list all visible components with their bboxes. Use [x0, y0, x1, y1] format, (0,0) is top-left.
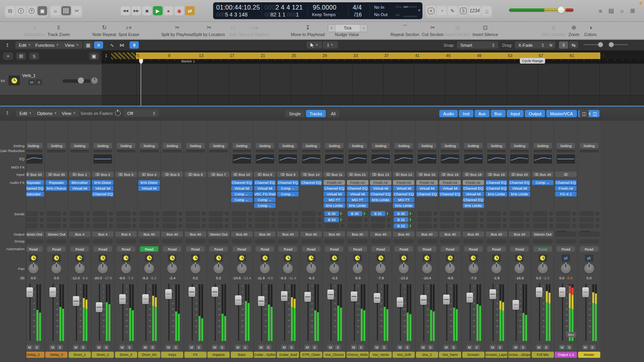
channel-group-button[interactable]: [278, 239, 298, 244]
channel-output-button[interactable]: Bus 40: [277, 231, 299, 237]
channel-name[interactable]: Bass: [231, 352, 253, 358]
channel-output-button[interactable]: Bus 40: [370, 231, 391, 237]
channel-output-button[interactable]: Bus 4: [69, 231, 90, 237]
fader-cap[interactable]: [119, 294, 126, 304]
channel-automation-button[interactable]: Read: [47, 246, 66, 252]
pan-knob[interactable]: [75, 264, 85, 274]
send-slot-empty[interactable]: [348, 223, 362, 228]
channel-input-button[interactable]: Bus 14: [301, 172, 322, 177]
send-slot-empty[interactable]: [209, 211, 223, 216]
tracks-functions-menu[interactable]: Functions▼: [32, 41, 62, 49]
channel-name[interactable]: Drum_Kit: [138, 352, 160, 358]
channel-db-readout[interactable]: 0.2: [207, 276, 230, 280]
audio-fx-slot[interactable]: Virtual Mi: [231, 186, 253, 191]
rewind-button[interactable]: ◀◀: [121, 6, 130, 15]
send-slot-empty[interactable]: [348, 217, 362, 222]
channel-output-button[interactable]: Bus 40: [393, 231, 414, 237]
fader-cap[interactable]: [513, 300, 519, 310]
channel-setting-button[interactable]: Setting: [209, 143, 228, 148]
scissors-icon[interactable]: ✂: [72, 6, 82, 15]
send-slot-empty[interactable]: [440, 223, 455, 228]
audio-fx-slot[interactable]: kHs Limite: [509, 192, 530, 197]
fader-cap[interactable]: [281, 291, 288, 301]
mute-button[interactable]: M: [513, 345, 519, 350]
fader-cap[interactable]: [258, 296, 264, 306]
channel-db-readout[interactable]: -5.8: [346, 276, 369, 280]
mixer-options-menu[interactable]: Options▼: [34, 110, 61, 117]
send-slot-empty[interactable]: [579, 217, 594, 222]
channel-input-button[interactable]: Bus 15: [416, 172, 438, 177]
automation-icon[interactable]: ∿: [107, 41, 117, 49]
send-slot-empty[interactable]: [255, 217, 269, 222]
channel-eq-thumbnail[interactable]: [464, 154, 483, 164]
audio-fx-slot[interactable]: Virtual Mi: [92, 186, 113, 191]
pan-knob[interactable]: [329, 264, 339, 274]
channel-strip[interactable]: SettingBus 6Bus 40Read0.2606121824304060…: [184, 121, 207, 362]
channel-strip[interactable]: SettingBus 21Fresh AirChannel EQVirtual …: [346, 121, 369, 362]
channel-automation-button[interactable]: Read: [464, 246, 483, 252]
send-slot-empty[interactable]: [139, 211, 154, 216]
audio-fx-slot[interactable]: Channel EQ: [463, 186, 484, 191]
channel-input-button[interactable]: Bus 21: [347, 172, 368, 177]
send-slot-empty[interactable]: [209, 223, 223, 228]
fader-cap[interactable]: [189, 287, 195, 297]
channel-eq-thumbnail[interactable]: [348, 154, 367, 164]
channel-group-button[interactable]: [440, 239, 460, 244]
toolbar-item-colors[interactable]: ◑Colors: [565, 24, 615, 37]
channel-automation-button[interactable]: Read: [302, 246, 320, 252]
toolbar-item-insert-silence[interactable]: ⊡Insert Silence: [460, 24, 510, 37]
channel-db-readout[interactable]: 0.2: [184, 276, 207, 280]
pan-knob[interactable]: [399, 264, 409, 274]
solo-button[interactable]: S: [242, 345, 248, 350]
stop-button[interactable]: ■: [142, 6, 152, 15]
fader-cap[interactable]: [351, 292, 357, 301]
channel-input-button[interactable]: Bus 5: [161, 172, 183, 177]
pan-knob[interactable]: [561, 264, 571, 274]
track-name[interactable]: Verb_1: [22, 73, 36, 78]
audio-fx-slot[interactable]: Channel EQ: [301, 180, 322, 185]
channel-output-button[interactable]: Stereo Out: [208, 231, 229, 237]
channel-group-button[interactable]: [394, 239, 414, 244]
channel-setting-button[interactable]: Setting: [510, 143, 529, 148]
send-slot-empty[interactable]: [116, 217, 131, 222]
channel-automation-button[interactable]: Read: [325, 246, 343, 252]
channel-input-button[interactable]: Bus 3: [115, 172, 137, 177]
send-slot-empty[interactable]: [162, 223, 177, 228]
mute-button[interactable]: M: [119, 345, 125, 350]
list-editors-icon[interactable]: ≡: [596, 6, 605, 15]
channel-db-readout[interactable]: 0.0: [578, 276, 601, 280]
channel-setting-button[interactable]: Setting: [24, 143, 43, 148]
channel-name[interactable]: Vox_Chorus: [323, 352, 345, 358]
audio-fx-slot[interactable]: Channel EQ: [254, 180, 276, 185]
channel-group-button[interactable]: [371, 239, 391, 244]
channel-automation-button[interactable]: Read: [186, 246, 205, 252]
channel-output-button[interactable]: Bus 40: [254, 231, 276, 237]
mixer-back-arrow-icon[interactable]: ↥: [5, 110, 9, 116]
channel-eq-thumbnail[interactable]: [487, 154, 506, 164]
send-slot-empty[interactable]: [556, 217, 570, 222]
channel-output-button[interactable]: Bus 40: [509, 231, 530, 237]
send-slot-empty[interactable]: [116, 223, 131, 228]
timeline-grid[interactable]: [102, 64, 644, 106]
audio-fx-slot[interactable]: Virtual Mi: [416, 186, 438, 191]
mixer-edit-menu[interactable]: Edit▼: [16, 110, 35, 117]
channel-setting-button[interactable]: Setting: [348, 143, 367, 148]
channel-output-button[interactable]: Bus 4: [92, 231, 113, 237]
send-knob[interactable]: [364, 211, 368, 216]
note-pads-icon[interactable]: ▤: [606, 6, 616, 15]
pan-knob[interactable]: [538, 264, 548, 274]
toolbar-item-track-zoom[interactable]: ⇳Track Zoom: [34, 24, 84, 37]
solo-button[interactable]: S: [265, 345, 271, 350]
mixer-filter-bus[interactable]: Bus: [491, 110, 506, 117]
solo-button[interactable]: S: [312, 345, 318, 350]
send-slot-empty[interactable]: [209, 217, 223, 222]
channel-input-button[interactable]: Bus 4: [138, 172, 160, 177]
help-icon[interactable]: ?: [27, 6, 36, 15]
pan-knob[interactable]: [28, 264, 38, 274]
send-slot-empty[interactable]: [533, 211, 547, 216]
solo-button[interactable]: S: [497, 345, 503, 350]
channel-db-readout[interactable]: -10.4: [416, 276, 439, 280]
channel-eq-thumbnail[interactable]: [441, 154, 459, 164]
mixer-filter-inst[interactable]: Inst: [459, 110, 473, 117]
fader-cap[interactable]: [443, 295, 450, 305]
